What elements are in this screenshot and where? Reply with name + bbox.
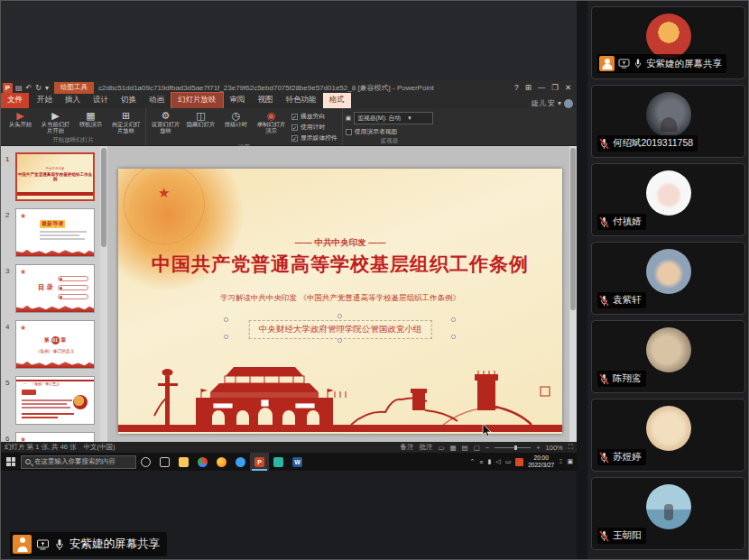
word-icon[interactable]: W <box>288 453 307 471</box>
slide-sorter-icon[interactable]: ▦ <box>450 444 457 452</box>
slide-thumbnail-2[interactable]: ★ 最新导读 <box>15 208 95 257</box>
account-menu[interactable]: 婕儿 安 ▾ <box>532 98 577 108</box>
close-button[interactable]: ✕ <box>565 83 571 92</box>
thumbnail-scrollbar[interactable] <box>100 146 107 442</box>
author-textbox-selected[interactable]: 中央财经大学政府管理学院公管国政党小组 <box>249 320 432 339</box>
battery-icon[interactable]: ▮ <box>487 458 491 465</box>
reading-view-icon[interactable]: ▤ <box>462 444 468 452</box>
tab-animations[interactable]: 动画 <box>143 93 171 108</box>
language-indicator[interactable]: 中文(中国) <box>84 443 116 452</box>
selection-handle[interactable] <box>451 335 456 339</box>
qat-dropdown-icon[interactable]: ▾ <box>45 84 49 92</box>
ribbon-slideshow: ▶ 从头开始 ▶ 从当前幻灯片开始 ▦ 联机演示 ⊞ 自定义幻灯片放映 <box>1 108 577 146</box>
edge-icon[interactable] <box>231 453 250 471</box>
zoom-level[interactable]: 100% <box>546 444 563 452</box>
selection-handle[interactable] <box>338 338 342 343</box>
volume-icon[interactable]: ◁ <box>495 458 500 465</box>
mic-muted-icon <box>599 295 609 307</box>
cortana-icon[interactable] <box>136 453 155 471</box>
taskbar-icons: P W <box>136 453 307 471</box>
task-view-icon[interactable] <box>155 453 174 471</box>
tab-file[interactable]: 文件 <box>1 93 29 108</box>
wps-icon[interactable] <box>269 453 288 471</box>
zoom-in-button[interactable]: + <box>536 444 540 452</box>
powerpoint-taskbar-icon[interactable]: P <box>250 453 269 471</box>
selection-handle[interactable] <box>224 335 228 339</box>
participant-tile[interactable]: 付禛婧 <box>591 163 745 236</box>
notification-center-icon[interactable]: ▣ <box>567 458 573 465</box>
restore-button[interactable]: ❐ <box>551 83 559 92</box>
monitor-dropdown[interactable]: 监视器(M): 自动 ▾ <box>354 112 433 124</box>
from-current-slide-button[interactable]: ▶ 从当前幻灯片开始 <box>39 109 72 133</box>
mic-muted-icon <box>599 452 609 464</box>
slide-subtitle[interactable]: 学习解读中共中央印发 《中国共产党普通高等学校基层组织工作条例》 <box>118 293 562 304</box>
record-slideshow-button[interactable]: ◉ 录制幻灯片演示 <box>254 109 288 133</box>
pen-workspace-icon[interactable]: ⌶ <box>559 458 562 465</box>
avatar <box>646 14 691 59</box>
minimize-button[interactable]: — <box>538 83 546 92</box>
firefox-icon[interactable] <box>212 453 231 471</box>
participant-tile[interactable]: 苏煜婷 <box>591 399 745 472</box>
start-button[interactable] <box>1 453 21 471</box>
meeting-app-tray-icon[interactable] <box>515 458 523 466</box>
redo-icon[interactable]: ↻ <box>35 84 42 92</box>
chrome-icon[interactable] <box>193 453 212 471</box>
selection-handle[interactable] <box>338 314 342 318</box>
tab-special-features[interactable]: 特色功能 <box>280 93 323 108</box>
slide-thumbnail-5[interactable]: 一、《条例》修订意义 <box>15 376 95 425</box>
selection-handle[interactable] <box>451 317 456 322</box>
slide-thumbnail-4[interactable]: ★ 第 01 章 《条例》修订的意义 <box>15 320 95 369</box>
slide-title[interactable]: 中国共产党普通高等学校基层组织工作条例 <box>118 252 562 277</box>
participant-tile[interactable]: 王朝阳 <box>591 477 745 550</box>
display-icon[interactable]: ▭ <box>505 458 512 465</box>
ribbon-options-button[interactable]: ⊞ <box>525 83 532 92</box>
hidden-icons-chevron[interactable]: ⌃ <box>469 458 475 465</box>
tab-home[interactable]: 开始 <box>31 93 59 108</box>
setup-slideshow-button[interactable]: ⚙ 设置幻灯片放映 <box>149 109 182 133</box>
tab-slideshow[interactable]: 幻灯片放映 <box>171 92 224 108</box>
custom-slideshow-button[interactable]: ⊞ 自定义幻灯片放映 <box>109 109 143 133</box>
show-media-controls-checkbox[interactable]: ✓ 显示媒体控件 <box>291 133 338 142</box>
from-beginning-button[interactable]: ▶ 从头开始 <box>4 109 37 127</box>
tab-format[interactable]: 格式 <box>323 93 351 108</box>
participant-tile-presenter[interactable]: 安紫婕的屏幕共享 <box>591 6 745 79</box>
monitor-icon: ▣ <box>346 115 351 122</box>
fit-to-window-icon[interactable]: ⛶ <box>569 443 573 452</box>
powerpoint-app-icon[interactable]: P <box>3 83 13 93</box>
notes-button[interactable]: 备注 <box>400 443 413 452</box>
tab-transitions[interactable]: 切换 <box>115 93 143 108</box>
presenter-view-checkbox[interactable]: 使用演示者视图 <box>346 127 433 136</box>
help-button[interactable]: ? <box>514 83 519 92</box>
zoom-slider[interactable] <box>495 447 531 448</box>
file-explorer-icon[interactable] <box>174 453 193 471</box>
tab-review[interactable]: 审阅 <box>224 93 252 108</box>
normal-view-icon[interactable]: ▭ <box>438 444 444 452</box>
input-method-icon[interactable]: ≡ <box>479 459 483 465</box>
slide-thumbnail-3[interactable]: ★ 目录 <box>15 264 95 313</box>
mic-muted-icon <box>599 216 609 228</box>
participant-tile[interactable]: 陈翔鸾 <box>591 320 745 393</box>
slide-thumbnail-1[interactable]: 中共中央印发 中国共产党普通高等学校基层组织工作条例 <box>15 152 95 201</box>
participant-sidebar[interactable]: 安紫婕的屏幕共享 何绍斌2019311758 <box>587 1 749 560</box>
slideshow-view-icon[interactable]: ▢ <box>474 444 480 452</box>
participant-tile[interactable]: 袁紫轩 <box>591 242 745 315</box>
tab-insert[interactable]: 插入 <box>59 93 87 108</box>
taskbar-search-input[interactable]: 在这里输入你要搜索的内容 <box>21 455 136 469</box>
tab-view[interactable]: 视图 <box>252 93 280 108</box>
participant-tile[interactable]: 何绍斌2019311758 <box>591 85 745 158</box>
rehearse-timings-button[interactable]: ◷ 排练计时 <box>219 109 253 127</box>
use-timings-checkbox[interactable]: ✓ 使用计时 <box>291 123 338 132</box>
play-narrations-checkbox[interactable]: ✓ 播放旁白 <box>291 112 338 121</box>
hide-slide-button[interactable]: ◫ 隐藏幻灯片 <box>184 109 217 127</box>
present-online-button[interactable]: ▦ 联机演示 <box>74 109 107 127</box>
save-icon[interactable]: ▤ <box>15 84 23 92</box>
slide-scrollbar[interactable] <box>569 146 577 442</box>
thumb-title: 目录 <box>38 283 55 292</box>
current-slide[interactable]: ★ —— 中共中央印发 —— 中国共产党普通高等学校基层组织工作条例 学习解读中… <box>118 169 562 434</box>
comments-button[interactable]: 批注 <box>419 443 432 452</box>
taskbar-clock[interactable]: 20:00 2022/3/27 <box>528 454 554 469</box>
tab-design[interactable]: 设计 <box>87 93 115 108</box>
zoom-out-button[interactable]: − <box>485 444 489 452</box>
undo-icon[interactable]: ↶ <box>26 84 32 92</box>
selection-handle[interactable] <box>224 317 228 322</box>
